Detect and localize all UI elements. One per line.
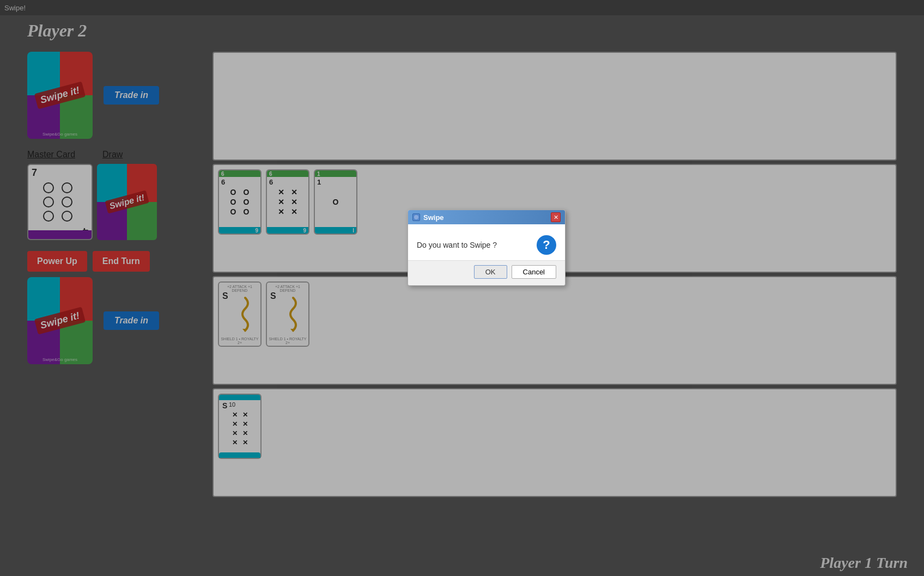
dialog-overlay: Swipe ✕ Do you want to Swipe ? ? OK Canc… (0, 0, 924, 576)
dialog-footer: OK Cancel (408, 260, 565, 285)
dialog-close-button[interactable]: ✕ (551, 212, 561, 222)
dialog-body: Do you want to Swipe ? ? (408, 224, 565, 260)
dialog-title-left: Swipe (412, 213, 444, 222)
svg-point-2 (414, 215, 418, 219)
dialog-box: Swipe ✕ Do you want to Swipe ? ? OK Canc… (408, 210, 566, 286)
dialog-titlebar: Swipe ✕ (408, 210, 565, 224)
dialog-ok-button[interactable]: OK (474, 265, 507, 279)
dialog-question-icon: ? (537, 235, 556, 255)
dialog-cancel-button[interactable]: Cancel (512, 265, 556, 279)
dialog-icon (412, 213, 420, 221)
dialog-title-text: Swipe (423, 213, 444, 222)
dialog-question: Do you want to Swipe ? (417, 241, 530, 249)
